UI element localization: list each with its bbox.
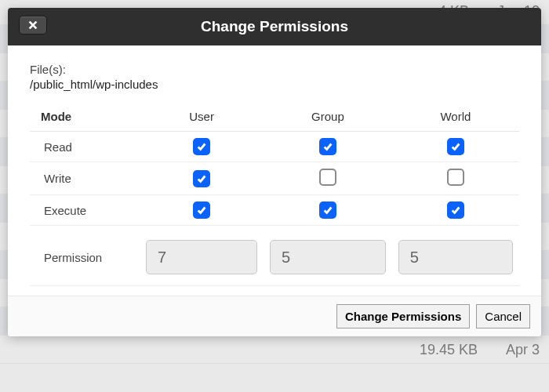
change-permissions-dialog: Change Permissions File(s): /public_html… <box>8 8 541 336</box>
row-write-label: Write <box>30 162 140 195</box>
submit-button[interactable]: Change Permissions <box>336 304 470 328</box>
permission-world-input[interactable] <box>398 240 513 274</box>
dialog-footer: Change Permissions Cancel <box>8 296 541 336</box>
row-permission: Permission <box>30 226 519 286</box>
close-icon <box>27 20 38 31</box>
dialog-titlebar: Change Permissions <box>8 8 541 45</box>
checkbox-write-world[interactable] <box>447 169 464 186</box>
permission-user-input[interactable] <box>146 240 257 274</box>
bg-date: Apr 3 <box>506 336 540 363</box>
col-user: User <box>140 102 264 132</box>
close-button[interactable] <box>19 16 47 34</box>
checkbox-read-world[interactable] <box>447 138 464 155</box>
files-path: /public_html/wp-includes <box>30 78 519 91</box>
row-execute-label: Execute <box>30 195 140 226</box>
permission-label: Permission <box>30 226 140 286</box>
row-execute: Execute <box>30 195 519 226</box>
checkbox-execute-group[interactable] <box>319 201 336 219</box>
row-read-label: Read <box>30 132 140 162</box>
background-file-row: 19.45 KBApr 3 <box>0 336 549 364</box>
dialog-title: Change Permissions <box>201 18 348 35</box>
col-world: World <box>392 102 519 132</box>
permission-group-input[interactable] <box>270 240 386 274</box>
cancel-button[interactable]: Cancel <box>476 304 530 328</box>
checkbox-execute-user[interactable] <box>193 201 210 219</box>
bg-size: 19.45 KB <box>420 336 478 363</box>
checkbox-read-group[interactable] <box>319 138 336 155</box>
permissions-table: Mode User Group World Read Write <box>30 102 519 286</box>
checkbox-execute-world[interactable] <box>447 201 464 219</box>
row-read: Read <box>30 132 519 162</box>
col-mode: Mode <box>30 102 140 132</box>
row-write: Write <box>30 162 519 195</box>
checkbox-write-user[interactable] <box>193 170 210 187</box>
col-group: Group <box>264 102 392 132</box>
checkbox-read-user[interactable] <box>193 138 210 155</box>
checkbox-write-group[interactable] <box>319 169 336 186</box>
files-label: File(s): <box>30 63 519 76</box>
